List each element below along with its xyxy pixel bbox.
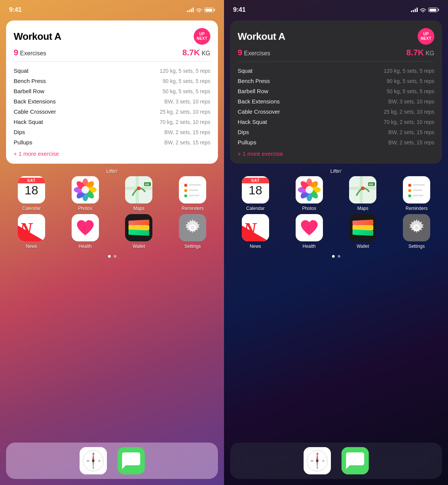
kg-stat-dark: 8.7K KG <box>406 48 434 58</box>
app-item-wallet-dark[interactable]: Wallet <box>338 214 388 249</box>
widget-header-dark: Workout A UPNEXT <box>238 28 434 45</box>
exercise-item: Pullups BW, 2 sets, 15 reps <box>14 137 210 147</box>
status-icons-light <box>187 8 215 12</box>
signal-bar-2 <box>189 10 190 12</box>
exercise-item: Barbell Row 50 kg, 5 sets, 5 reps <box>14 86 210 96</box>
signal-icon-dark <box>411 8 418 12</box>
svg-text:N: N <box>316 452 318 455</box>
status-time-light: 9:41 <box>9 6 22 14</box>
wallet-icon <box>125 214 152 241</box>
exercise-details: 25 kg, 2 sets, 10 reps <box>384 109 434 115</box>
exercise-name: Bench Press <box>238 78 270 84</box>
exercise-item: Dips BW, 2 sets, 15 reps <box>14 127 210 137</box>
more-exercises-light[interactable]: + 1 more exercise <box>14 150 210 157</box>
exercise-item: Pullups BW, 2 sets, 15 reps <box>238 137 434 147</box>
svg-text:E: E <box>323 460 324 462</box>
widget-stats-dark: 9 Exercises 8.7K KG <box>238 48 434 62</box>
svg-text:N: N <box>243 219 257 239</box>
kg-value: 8.7K <box>182 48 200 57</box>
app-label-news: News <box>26 244 37 249</box>
signal-bar-3 <box>191 9 192 12</box>
calendar-day-number-dark: 18 <box>249 184 262 196</box>
exercise-item: Hack Squat 70 kg, 2 sets, 10 reps <box>14 117 210 127</box>
exercise-name: Cable Crossover <box>14 108 56 115</box>
exercise-item: Cable Crossover 25 kg, 2 sets, 10 reps <box>238 106 434 117</box>
dock-messages[interactable] <box>117 447 145 474</box>
maps-icon: 280 <box>125 176 152 203</box>
exercise-list-dark: Squat 120 kg, 5 sets, 5 reps Bench Press… <box>238 66 434 147</box>
app-label-reminders-dark: Reminders <box>406 206 428 211</box>
workout-widget-light[interactable]: Workout A UPNEXT 9 Exercises 8.7K KG Squ… <box>6 20 218 164</box>
exercise-item: Back Extensions BW, 3 sets, 10 reps <box>14 96 210 106</box>
app-item-calendar[interactable]: SAT 18 Calendar <box>6 176 57 211</box>
signal-icon <box>187 8 194 12</box>
signal-bar-4 <box>417 8 418 12</box>
app-item-reminders[interactable]: Reminders <box>167 176 218 211</box>
calendar-icon: SAT 18 <box>18 176 45 203</box>
battery-icon <box>204 8 215 12</box>
svg-point-9 <box>81 186 89 194</box>
app-item-wallet[interactable]: Wallet <box>114 214 164 249</box>
exercise-name: Pullups <box>238 139 256 146</box>
exercise-name: Hack Squat <box>238 119 267 125</box>
app-section-label-light: Liftin' <box>0 168 224 174</box>
app-item-calendar-dark[interactable]: SAT 18 Calendar <box>230 176 281 211</box>
svg-point-33 <box>92 460 94 462</box>
app-item-health-dark[interactable]: Health <box>284 214 335 249</box>
exercises-count-dark: 9 <box>238 48 242 57</box>
exercise-details: BW, 2 sets, 15 reps <box>388 129 434 135</box>
svg-point-48 <box>305 186 313 194</box>
calendar-day-number: 18 <box>25 184 38 196</box>
app-item-reminders-dark[interactable]: Reminders <box>391 176 442 211</box>
app-item-health[interactable]: Health <box>60 214 111 249</box>
app-item-photos-dark[interactable]: Photos <box>284 176 335 211</box>
app-section-label-dark: Liftin' <box>224 168 448 174</box>
more-exercises-dark[interactable]: + 1 more exercise <box>238 150 434 157</box>
exercise-details: 120 kg, 5 sets, 5 reps <box>160 68 210 74</box>
widget-header: Workout A UPNEXT <box>14 28 210 45</box>
svg-point-21 <box>184 194 187 197</box>
exercise-details: BW, 2 sets, 15 reps <box>164 139 210 146</box>
svg-point-19 <box>184 189 187 192</box>
exercise-name: Squat <box>238 67 252 74</box>
app-label-settings-dark: Settings <box>408 244 425 249</box>
health-icon-dark <box>296 214 323 241</box>
signal-bar-1 <box>411 11 412 12</box>
svg-rect-18 <box>189 184 201 186</box>
exercises-label: Exercises <box>20 50 46 56</box>
dock-safari-dark[interactable]: N S W E <box>304 447 331 474</box>
page-dots-light <box>0 255 224 258</box>
app-item-settings-dark[interactable]: Settings <box>391 214 442 249</box>
dock-safari[interactable]: N S W E <box>80 447 107 474</box>
app-label-wallet-dark: Wallet <box>357 244 369 249</box>
workout-widget-dark[interactable]: Workout A UPNEXT 9 Exercises 8.7K KG Squ… <box>230 20 442 164</box>
calendar-day-name-dark: SAT <box>242 178 269 183</box>
app-item-maps[interactable]: 280 Maps <box>114 176 164 211</box>
svg-point-60 <box>408 194 411 197</box>
exercises-label-dark: Exercises <box>244 50 270 56</box>
exercise-name: Back Extensions <box>14 98 56 105</box>
app-item-maps-dark[interactable]: 280 Maps <box>338 176 388 211</box>
news-icon-dark: N <box>242 214 269 241</box>
app-item-news[interactable]: N News <box>6 214 57 249</box>
app-label-wallet: Wallet <box>133 244 145 249</box>
svg-text:280: 280 <box>145 183 149 186</box>
app-grid-row1-dark: SAT 18 Calendar <box>224 176 448 211</box>
settings-icon <box>179 214 206 241</box>
exercise-details: BW, 3 sets, 10 reps <box>388 99 434 105</box>
exercise-item: Cable Crossover 25 kg, 2 sets, 10 reps <box>14 106 210 117</box>
exercise-name: Squat <box>14 67 28 74</box>
app-label-photos: Photos <box>78 206 92 211</box>
dock-messages-dark[interactable] <box>341 447 369 474</box>
exercises-stat: 9 Exercises <box>14 48 46 58</box>
status-bar-dark: 9:41 <box>224 0 448 17</box>
app-item-news-dark[interactable]: N News <box>230 214 281 249</box>
app-item-photos[interactable]: Photos <box>60 176 111 211</box>
news-icon: N <box>18 214 45 241</box>
exercise-details: 70 kg, 2 sets, 10 reps <box>160 119 210 125</box>
app-item-settings[interactable]: Settings <box>167 214 218 249</box>
signal-bar-2 <box>413 10 414 12</box>
settings-icon-dark <box>403 214 430 241</box>
photos-icon <box>72 176 99 203</box>
kg-value-dark: 8.7K <box>406 48 424 57</box>
